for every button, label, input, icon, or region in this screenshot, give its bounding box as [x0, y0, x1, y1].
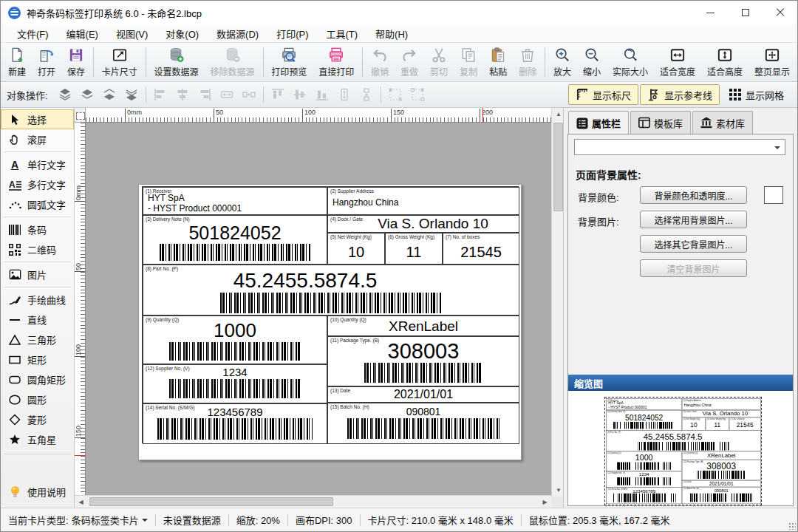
- label-field-dock-gate[interactable]: (4) Dock / Gate Via S. Orlando 10: [327, 215, 519, 233]
- group-button[interactable]: [384, 85, 406, 104]
- bg-color-button[interactable]: 背景颜色和透明度...: [640, 186, 747, 204]
- tab-materials[interactable]: 素材库: [692, 111, 753, 134]
- show-ruler-toggle[interactable]: 显示标尺: [568, 84, 638, 105]
- menu-object[interactable]: 对象(O): [157, 24, 208, 43]
- scroll-left-arrow[interactable]: ◀: [75, 496, 87, 508]
- label-field-package-type[interactable]: (11) Package Type. (B) 308003: [682, 460, 761, 480]
- label-field-batch-no[interactable]: (15) Batch No. (H) 090801: [682, 487, 761, 504]
- label-field-quantity[interactable]: (9) Quantity (Q) 1000: [143, 316, 327, 364]
- fit-width-button[interactable]: 适合宽度: [654, 44, 701, 80]
- show-guides-toggle[interactable]: 显示参考线: [640, 84, 720, 105]
- tool-rounded-rectangle[interactable]: 圆角矩形: [1, 369, 74, 389]
- show-grid-toggle[interactable]: 显示网格: [721, 84, 791, 105]
- send-to-back-button[interactable]: [120, 85, 143, 104]
- save-button[interactable]: 保存: [61, 44, 91, 80]
- remove-datasource-button[interactable]: 移除数据源: [205, 44, 261, 80]
- paste-button[interactable]: 粘贴: [483, 44, 513, 80]
- vertical-scroll-thumb[interactable]: [553, 123, 563, 211]
- label-field-part-no[interactable]: (8) Part No. (P) 45.2455.5874.5: [606, 430, 760, 451]
- tool-barcode[interactable]: 条码: [1, 219, 74, 239]
- card-size-button[interactable]: 卡片尺寸: [96, 44, 143, 80]
- label-field-quantity2[interactable]: (10) Quantity (Q) XRenLabel: [327, 316, 519, 336]
- actual-size-button[interactable]: 实际大小: [607, 44, 654, 80]
- menu-help[interactable]: 帮助(H): [366, 24, 417, 43]
- direct-print-button[interactable]: 直接打印: [313, 44, 360, 80]
- tool-image[interactable]: 图片: [1, 265, 74, 284]
- label-field-supplier-address[interactable]: (2) Supplier Address Hangzhou China: [682, 398, 761, 410]
- label-field-serial-no[interactable]: (14) Serial No. (S/M/G) 123456789: [606, 488, 682, 505]
- tool-multi-line-text[interactable]: A 多行文字: [1, 174, 74, 194]
- fit-page-button[interactable]: 整页显示: [748, 44, 796, 80]
- zoom-in-button[interactable]: 放大: [548, 44, 577, 80]
- tool-pan[interactable]: 滚屏: [1, 129, 74, 149]
- label-field-supplier-no[interactable]: (12) Supplier No. (V) 1234: [143, 364, 327, 403]
- close-button[interactable]: [763, 1, 797, 24]
- bring-to-front-button[interactable]: [54, 85, 76, 104]
- label-field-date[interactable]: (13) Date 2021/01/01: [682, 480, 761, 487]
- label-field-quantity[interactable]: (9) Quantity (Q) 1000: [606, 451, 682, 471]
- align-middle-v-button[interactable]: [289, 85, 311, 104]
- zoom-out-button[interactable]: 缩小: [577, 44, 607, 80]
- minimize-button[interactable]: [693, 1, 728, 24]
- tool-freehand-curve[interactable]: 手绘曲线: [1, 290, 74, 310]
- equal-height-button[interactable]: [333, 85, 355, 104]
- tool-select[interactable]: 选择: [1, 109, 74, 129]
- tool-star[interactable]: 五角星: [1, 429, 74, 449]
- tool-arc-text[interactable]: 圆弧文字: [1, 194, 74, 214]
- align-top-button[interactable]: [267, 85, 289, 104]
- horizontal-scroll-thumb[interactable]: [89, 497, 333, 506]
- print-preview-button[interactable]: 打印预览: [265, 44, 313, 80]
- object-selector-combobox[interactable]: [574, 139, 785, 155]
- menu-edit[interactable]: 编辑(E): [58, 24, 107, 43]
- tool-rectangle[interactable]: 矩形: [1, 349, 74, 369]
- equal-h-spacing-button[interactable]: [238, 85, 260, 104]
- label-field-net-weight[interactable]: (5) Net Weight (Kg) 10: [327, 233, 385, 265]
- tool-triangle[interactable]: 三角形: [1, 330, 74, 349]
- label-field-receiver[interactable]: (1) Receiver HYT SpA - HYST Product 0000…: [606, 398, 682, 410]
- tab-templates[interactable]: 模板库: [630, 111, 691, 134]
- label-field-dock-gate[interactable]: (4) Dock / Gate Via S. Orlando 10: [682, 410, 761, 417]
- menu-datasource[interactable]: 数据源(D): [208, 24, 267, 43]
- undo-button[interactable]: 撤销: [365, 44, 395, 80]
- tool-diamond[interactable]: 菱形: [1, 409, 74, 429]
- align-bottom-button[interactable]: [311, 85, 333, 104]
- delete-button[interactable]: 删除: [513, 44, 542, 80]
- menu-view[interactable]: 视图(V): [107, 24, 157, 43]
- equal-width-button[interactable]: [216, 85, 238, 104]
- tool-qrcode[interactable]: 二维码: [1, 239, 74, 259]
- set-datasource-button[interactable]: 设置数据源: [149, 44, 205, 80]
- fit-height-button[interactable]: 适合高度: [701, 44, 748, 80]
- label-field-no-of-boxes[interactable]: (7) No. of boxes 21545: [443, 233, 519, 265]
- label-field-package-type[interactable]: (11) Package Type. (B) 308003: [327, 336, 519, 386]
- card-type-status[interactable]: 当前卡片类型: 条码标签类卡片: [8, 513, 148, 527]
- bg-image-clear-button[interactable]: 清空背景图片: [640, 259, 747, 277]
- bring-forward-button[interactable]: [76, 85, 98, 104]
- copy-button[interactable]: 复制: [454, 44, 483, 80]
- resize-grip[interactable]: [788, 522, 796, 530]
- new-button[interactable]: 新建: [2, 44, 32, 80]
- label-field-delivery-note[interactable]: (3) Delivery Note (N) 501824052: [606, 410, 682, 430]
- align-left-button[interactable]: [149, 85, 171, 104]
- thumbnail-preview[interactable]: (1) Receiver HYT SpA - HYST Product 0000…: [604, 397, 762, 505]
- tool-single-line-text[interactable]: A 单行文字: [1, 154, 74, 174]
- label-field-delivery-note[interactable]: (3) Delivery Note (N) 501824052: [143, 215, 327, 265]
- maximize-button[interactable]: [728, 1, 763, 24]
- menu-file[interactable]: 文件(F): [8, 24, 58, 43]
- align-center-h-button[interactable]: [171, 85, 194, 104]
- label-field-no-of-boxes[interactable]: (7) No. of boxes 21545: [729, 417, 761, 431]
- ungroup-button[interactable]: [406, 85, 429, 104]
- label-field-supplier-no[interactable]: (12) Supplier No. (V) 1234: [606, 471, 682, 488]
- bg-image-other-button[interactable]: 选择其它背景图片...: [640, 235, 747, 253]
- label-field-batch-no[interactable]: (15) Batch No. (H) 090801: [327, 403, 519, 444]
- help-button[interactable]: 使用说明: [1, 482, 73, 502]
- label-field-gross-weight[interactable]: (6) Gross Weight (Kg) 11: [385, 233, 443, 265]
- label-field-serial-no[interactable]: (14) Serial No. (S/M/G) 123456789: [143, 403, 327, 444]
- menu-tools[interactable]: 工具(T): [317, 24, 366, 43]
- label-field-net-weight[interactable]: (5) Net Weight (Kg) 10: [682, 417, 706, 431]
- menu-print[interactable]: 打印(P): [267, 24, 317, 43]
- label-field-part-no[interactable]: (8) Part No. (P) 45.2455.5874.5: [143, 265, 519, 316]
- label-field-receiver[interactable]: (1) Receiver HYT SpA - HYST Product 0000…: [143, 187, 327, 215]
- tab-properties[interactable]: 属性栏: [568, 111, 629, 134]
- bg-image-common-button[interactable]: 选择常用背景图片...: [640, 211, 747, 228]
- align-right-button[interactable]: [194, 85, 216, 104]
